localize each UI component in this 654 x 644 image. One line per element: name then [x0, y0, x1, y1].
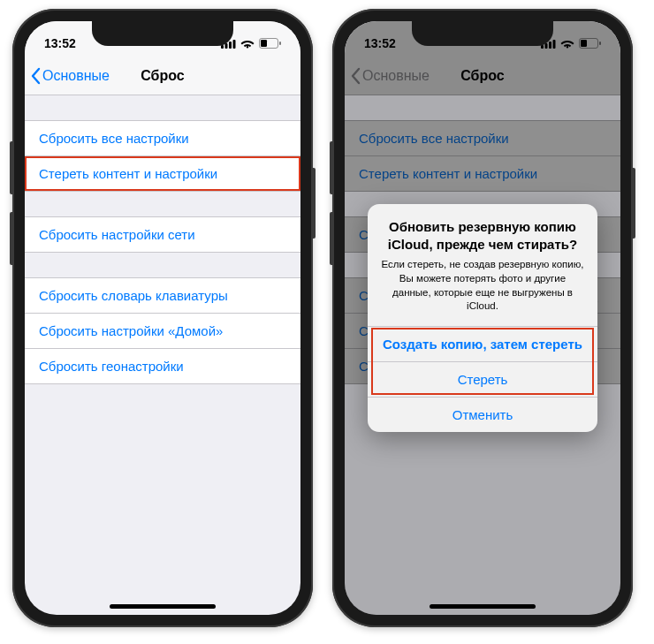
battery-icon: [259, 38, 281, 49]
notch: [92, 21, 233, 46]
phone-left: 13:52 Основные Сброс Сбросить все настро…: [12, 9, 313, 627]
alert-message: Если стереть, не создав резервную копию,…: [380, 258, 585, 313]
row-label: Сбросить настройки «Домой»: [39, 323, 223, 338]
alert-title: Обновить резервную копию iCloud, прежде …: [380, 218, 585, 253]
row-reset-location[interactable]: Сбросить геонастройки: [25, 349, 300, 384]
row-reset-network[interactable]: Сбросить настройки сети: [25, 216, 300, 253]
back-button[interactable]: Основные: [25, 67, 110, 85]
chevron-left-icon: [30, 67, 41, 85]
nav-bar: Основные Сброс: [25, 57, 300, 95]
alert-btn-label: Стереть: [458, 372, 508, 387]
back-label: Основные: [42, 68, 110, 84]
phone-right: 13:52 Основные Сброс Сбросить все настро…: [332, 9, 633, 627]
svg-rect-6: [279, 42, 281, 45]
row-erase-content[interactable]: Стереть контент и настройки: [25, 156, 300, 192]
alert-backup-then-erase-button[interactable]: Создать копию, затем стереть: [368, 326, 597, 361]
alert-btn-label: Отменить: [452, 407, 513, 422]
status-time: 13:52: [44, 36, 76, 50]
home-indicator: [430, 604, 536, 609]
row-reset-home[interactable]: Сбросить настройки «Домой»: [25, 314, 300, 349]
modal-overlay: Обновить резервную копию iCloud, прежде …: [345, 21, 620, 615]
alert-erase-button[interactable]: Стереть: [368, 361, 597, 397]
page-title: Сброс: [141, 68, 184, 84]
row-label: Сбросить все настройки: [39, 131, 189, 146]
alert-dialog: Обновить резервную копию iCloud, прежде …: [368, 204, 597, 431]
svg-rect-2: [229, 42, 232, 49]
alert-btn-label: Создать копию, затем стереть: [383, 337, 582, 352]
row-label: Сбросить геонастройки: [39, 359, 184, 374]
row-label: Стереть контент и настройки: [39, 166, 217, 181]
row-reset-keyboard[interactable]: Сбросить словарь клавиатуры: [25, 277, 300, 314]
row-label: Сбросить настройки сети: [39, 227, 195, 242]
svg-rect-3: [233, 40, 236, 49]
alert-cancel-button[interactable]: Отменить: [368, 397, 597, 432]
row-reset-all[interactable]: Сбросить все настройки: [25, 120, 300, 156]
row-label: Сбросить словарь клавиатуры: [39, 288, 228, 303]
svg-rect-5: [261, 40, 267, 47]
settings-list: Сбросить все настройки Стереть контент и…: [25, 95, 300, 384]
home-indicator: [110, 604, 216, 609]
notch: [412, 21, 553, 46]
wifi-icon: [240, 39, 255, 49]
